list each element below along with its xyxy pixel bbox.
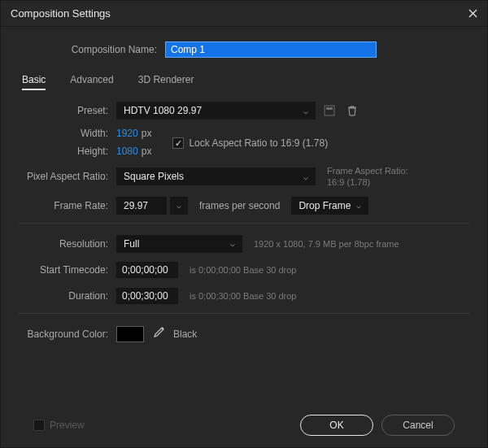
resolution-value: Full — [124, 238, 139, 250]
chevron-down-icon: ⌵ — [303, 172, 308, 181]
dialog-content: Composition Name: Basic Advanced 3D Rend… — [1, 27, 487, 447]
resolution-dropdown[interactable]: Full ⌵ — [116, 235, 242, 253]
width-label: Width: — [19, 128, 116, 139]
preset-label: Preset: — [19, 105, 116, 116]
tab-advanced[interactable]: Advanced — [70, 74, 113, 90]
frame-aspect-info: Frame Aspect Ratio: 16:9 (1.78) — [327, 165, 408, 189]
drop-frame-value: Drop Frame — [298, 200, 351, 211]
tab-3d-renderer[interactable]: 3D Renderer — [138, 74, 194, 90]
frame-aspect-value: 16:9 (1.78) — [327, 176, 408, 188]
start-timecode-row: Start Timecode: is 0;00;00;00 Base 30 dr… — [19, 261, 469, 279]
dimensions-row: Width: 1920 px Height: 1080 px Lock Aspe… — [19, 128, 469, 157]
pixel-aspect-dropdown[interactable]: Square Pixels ⌵ — [116, 167, 316, 185]
cancel-button[interactable]: Cancel — [381, 415, 455, 436]
dialog-footer: Preview OK Cancel — [19, 405, 469, 447]
eyedropper-icon[interactable] — [152, 326, 165, 341]
frame-rate-row: Frame Rate: 29.97 ⌵ frames per second Dr… — [19, 197, 469, 215]
composition-settings-dialog: Composition Settings Composition Name: B… — [0, 0, 488, 448]
height-unit: px — [142, 146, 152, 157]
divider — [19, 223, 469, 224]
composition-name-row: Composition Name: — [19, 41, 469, 58]
resolution-label: Resolution: — [19, 238, 116, 250]
lock-aspect-block: Lock Aspect Ratio to 16:9 (1.78) — [172, 137, 328, 149]
resolution-row: Resolution: Full ⌵ 1920 x 1080, 7.9 MB p… — [19, 235, 469, 253]
background-color-swatch[interactable] — [116, 326, 144, 342]
preset-dropdown[interactable]: HDTV 1080 29.97 ⌵ — [116, 102, 316, 120]
pixel-aspect-row: Pixel Aspect Ratio: Square Pixels ⌵ Fram… — [19, 165, 469, 189]
delete-preset-icon[interactable] — [343, 102, 361, 120]
dialog-title: Composition Settings — [11, 7, 468, 20]
background-color-row: Background Color: Black — [19, 325, 469, 343]
duration-row: Duration: is 0;00;30;00 Base 30 drop — [19, 287, 469, 305]
start-timecode-label: Start Timecode: — [19, 264, 116, 276]
save-preset-icon[interactable] — [320, 102, 338, 120]
tab-basic[interactable]: Basic — [22, 74, 46, 90]
duration-input[interactable] — [116, 288, 178, 304]
titlebar: Composition Settings — [1, 1, 487, 27]
chevron-down-icon: ⌵ — [230, 239, 235, 248]
start-timecode-input[interactable] — [116, 262, 178, 278]
frame-rate-label: Frame Rate: — [19, 200, 116, 211]
tabs: Basic Advanced 3D Renderer — [19, 67, 469, 102]
preset-row: Preset: HDTV 1080 29.97 ⌵ — [19, 102, 469, 120]
resolution-info: 1920 x 1080, 7.9 MB per 8bpc frame — [254, 239, 399, 249]
basic-form: Preset: HDTV 1080 29.97 ⌵ Width: 1920 — [19, 102, 469, 351]
start-timecode-info: is 0;00;00;00 Base 30 drop — [190, 265, 296, 275]
background-color-label: Background Color: — [19, 328, 116, 340]
chevron-down-icon: ⌵ — [356, 201, 361, 210]
height-label: Height: — [19, 146, 116, 157]
width-value[interactable]: 1920 — [116, 128, 138, 139]
pixel-aspect-value: Square Pixels — [124, 171, 184, 182]
frame-rate-dropdown-btn[interactable]: ⌵ — [170, 197, 188, 215]
chevron-down-icon: ⌵ — [303, 107, 308, 115]
composition-name-input[interactable] — [165, 41, 377, 58]
frame-aspect-label: Frame Aspect Ratio: — [327, 165, 408, 176]
svg-rect-0 — [325, 106, 334, 115]
preview-checkbox[interactable] — [33, 420, 45, 431]
frame-rate-input[interactable]: 29.97 — [116, 197, 167, 215]
pixel-aspect-label: Pixel Aspect Ratio: — [19, 171, 116, 182]
frame-rate-value: 29.97 — [124, 200, 148, 211]
divider — [19, 313, 469, 314]
height-value[interactable]: 1080 — [116, 146, 138, 157]
preview-checkbox-group: Preview — [33, 420, 85, 431]
duration-info: is 0;00;30;00 Base 30 drop — [190, 291, 296, 301]
frame-rate-unit: frames per second — [199, 200, 280, 211]
background-color-name: Black — [173, 328, 197, 340]
svg-point-1 — [162, 328, 163, 329]
ok-button[interactable]: OK — [300, 415, 373, 436]
drop-frame-dropdown[interactable]: Drop Frame ⌵ — [291, 197, 368, 215]
chevron-down-icon: ⌵ — [176, 201, 181, 210]
close-icon[interactable] — [468, 9, 477, 19]
duration-label: Duration: — [19, 290, 116, 302]
composition-name-label: Composition Name: — [19, 44, 165, 55]
preview-label: Preview — [50, 420, 85, 431]
width-unit: px — [142, 128, 152, 139]
lock-aspect-label: Lock Aspect Ratio to 16:9 (1.78) — [189, 137, 328, 149]
preset-value: HDTV 1080 29.97 — [124, 105, 202, 116]
lock-aspect-checkbox[interactable] — [172, 137, 184, 149]
